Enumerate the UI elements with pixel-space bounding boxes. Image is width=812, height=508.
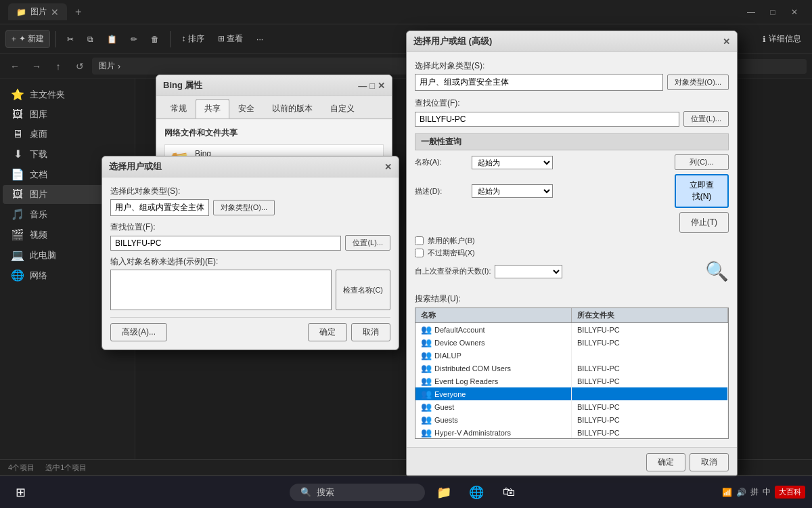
user-icon-4: 👥 [421, 376, 432, 386]
result-row-0[interactable]: 👥DefaultAccount BILLYFU-PC [415, 323, 728, 336]
bing-dialog-maximize[interactable]: □ [369, 81, 375, 91]
sidebar-item-gallery[interactable]: 🖼 图库 [3, 105, 132, 124]
adv-location-btn[interactable]: 位置(L)... [683, 111, 729, 127]
no-expiry-checkbox[interactable] [415, 249, 424, 257]
title-tab-label: 图片 [30, 6, 47, 18]
results-table[interactable]: 名称 所在文件夹 👥DefaultAccount BILLYFU-PC 👥Dev… [415, 308, 729, 439]
user-icon-2: 👥 [421, 350, 432, 360]
close-btn[interactable]: ✕ [785, 5, 804, 19]
list-columns-btn[interactable]: 列(C)... [675, 154, 729, 170]
result-name-5: 👥Everyone [415, 387, 572, 400]
result-name-7: 👥Guests [415, 413, 572, 426]
view-button[interactable]: ⊞ 查看 [212, 30, 248, 47]
select-user-footer: 高级(A)... 确定 取消 [110, 317, 390, 341]
result-row-6[interactable]: 👥Guest BILLYFU-PC [415, 400, 728, 413]
select-user-cancel-btn[interactable]: 取消 [351, 323, 390, 341]
no-expiry-row: 不过期密码(X) [415, 248, 729, 258]
location-value: BILLYFU-PC [110, 236, 341, 251]
bing-dialog-minimize[interactable]: — [358, 81, 367, 91]
name-query-row: 名称(A): 起始为 列(C)... [415, 154, 729, 170]
select-user-close[interactable]: ✕ [384, 162, 392, 172]
minimize-btn[interactable]: — [742, 5, 761, 19]
adv-dialog-close[interactable]: ✕ [723, 37, 730, 47]
result-row-7[interactable]: 👥Guests BILLYFU-PC [415, 413, 728, 426]
refresh-btn[interactable]: ↺ [70, 57, 89, 76]
cut-button[interactable]: ✂ [62, 32, 79, 47]
user-icon-6: 👥 [421, 402, 432, 412]
taskbar-ime[interactable]: 拼 [750, 486, 759, 498]
tab-security[interactable]: 安全 [229, 99, 263, 119]
forward-btn[interactable]: → [27, 57, 46, 76]
toolbar-separator2 [170, 31, 171, 47]
bing-dialog-close[interactable]: ✕ [378, 81, 385, 91]
desc-query-label: 描述(D): [415, 186, 469, 196]
query-section-header: 一般性查询 [415, 133, 729, 150]
network-icon: 🌐 [11, 269, 24, 282]
pictures-icon: 🖼 [11, 188, 24, 200]
object-type-btn[interactable]: 对象类型(O)... [213, 200, 275, 215]
taskbar-brand: 大百科 [775, 486, 805, 499]
breadcrumb-path: 图片 [99, 60, 115, 72]
taskbar-store-btn[interactable]: 🛍 [495, 479, 522, 506]
taskbar-browser-btn[interactable]: 🌐 [463, 479, 490, 506]
status-items: 4个项目 [8, 463, 35, 473]
tab-close-icon[interactable]: ✕ [51, 7, 59, 18]
bing-dialog-titlebar: Bing 属性 — □ ✕ [156, 75, 392, 96]
adv-ok-btn[interactable]: 确定 [646, 453, 685, 471]
advanced-btn[interactable]: 高级(A)... [110, 323, 167, 341]
adv-dialog-body: 选择此对象类型(S): 用户、组或内置安全主体 对象类型(O)... 查找位置(… [407, 52, 737, 447]
result-row-4[interactable]: 👥Event Log Readers BILLYFU-PC [415, 375, 728, 387]
delete-button[interactable]: 🗑 [145, 32, 164, 47]
name-query-select[interactable]: 起始为 [472, 156, 553, 169]
location-btn[interactable]: 位置(L)... [345, 235, 390, 251]
sidebar-item-home[interactable]: ⭐ 主文件夹 [3, 85, 132, 104]
tab-general[interactable]: 常规 [162, 99, 196, 119]
new-button[interactable]: + ✦ 新建 [5, 30, 50, 48]
result-row-8[interactable]: 👥Hyper-V Administrators BILLYFU-PC [415, 426, 728, 439]
result-row-2[interactable]: 👥DIALUP [415, 349, 728, 362]
desc-query-select[interactable]: 起始为 [472, 184, 553, 198]
title-tab[interactable]: 📁 图片 ✕ [8, 3, 67, 20]
adv-location-label: 查找位置(F): [415, 98, 729, 109]
user-icon-8: 👥 [421, 427, 432, 438]
disabled-accounts-checkbox[interactable] [415, 236, 424, 245]
result-row-3[interactable]: 👥Distributed COM Users BILLYFU-PC [415, 362, 728, 375]
result-row-5[interactable]: 👥Everyone [415, 387, 728, 400]
search-results-area: 搜索结果(U): 名称 所在文件夹 👥DefaultAccount BILLYF… [415, 293, 729, 439]
detail-info-button[interactable]: ℹ 详细信息 [757, 30, 807, 47]
adv-cancel-btn[interactable]: 取消 [690, 453, 729, 471]
rename-button[interactable]: ✏ [125, 32, 143, 47]
sort-button[interactable]: ↕ 排序 [176, 30, 209, 47]
sidebar-item-desktop[interactable]: 🖥 桌面 [3, 125, 132, 144]
result-name-2: 👥DIALUP [415, 349, 572, 362]
select-user-body: 选择此对象类型(S): 用户、组或内置安全主体 对象类型(O)... 查找位置(… [102, 177, 399, 350]
result-loc-6: BILLYFU-PC [572, 400, 728, 413]
taskbar-explorer-btn[interactable]: 📁 [430, 479, 457, 506]
result-name-1: 👥Device Owners [415, 336, 572, 349]
up-btn[interactable]: ↑ [49, 57, 68, 76]
result-row-1[interactable]: 👥Device Owners BILLYFU-PC [415, 336, 728, 349]
days-since-select[interactable] [495, 265, 562, 278]
back-btn[interactable]: ← [5, 57, 24, 76]
gallery-icon: 🖼 [11, 108, 24, 121]
copy-button[interactable]: ⧉ [82, 32, 99, 47]
input-name-field[interactable] [110, 270, 332, 310]
tab-previous[interactable]: 以前的版本 [263, 99, 321, 119]
tab-custom[interactable]: 自定义 [321, 99, 363, 119]
check-names-btn[interactable]: 检查名称(C) [336, 270, 390, 310]
taskbar-search[interactable]: 🔍 搜索 [290, 484, 425, 501]
new-tab-btn[interactable]: + [75, 6, 81, 18]
result-loc-0: BILLYFU-PC [572, 323, 728, 336]
more-button[interactable]: ··· [251, 32, 269, 47]
adv-object-type-btn[interactable]: 对象类型(O)... [667, 75, 729, 90]
result-loc-7: BILLYFU-PC [572, 413, 728, 426]
start-btn[interactable]: ⊞ [7, 479, 34, 506]
find-now-btn[interactable]: 立即查找(N) [675, 174, 729, 208]
tab-share[interactable]: 共享 [196, 99, 229, 119]
results-header: 名称 所在文件夹 [415, 308, 728, 323]
select-user-ok-btn[interactable]: 确定 [308, 323, 347, 341]
maximize-btn[interactable]: □ [763, 5, 782, 19]
paste-button[interactable]: 📋 [102, 32, 122, 47]
stop-btn[interactable]: 停止(T) [679, 212, 729, 233]
adv-dialog-footer: 确定 取消 [407, 447, 737, 477]
